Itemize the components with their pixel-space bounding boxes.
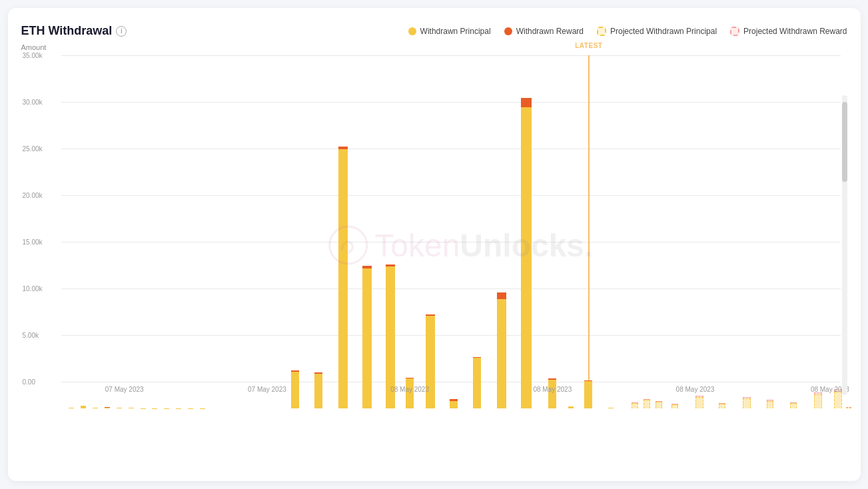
info-icon[interactable]: i [116, 26, 127, 37]
legend-item-proj-reward: Projected Withdrawn Reward [730, 27, 847, 36]
grid-label: 15.00k [23, 239, 43, 246]
grid-label: 10.00k [23, 285, 43, 292]
x-label: 08 May 2023 [676, 386, 715, 393]
bar-group [338, 147, 348, 408]
legend-item-withdrawn-principal: Withdrawn Principal [408, 27, 491, 36]
withdrawn-reward-dot [504, 27, 512, 35]
bar-group [521, 98, 532, 408]
grid-label: 5.00k [23, 332, 39, 339]
bar-principal [521, 107, 532, 408]
chart-area: TokenUnlocks. 35.00k30.00k25.00k20.00k15… [21, 55, 847, 435]
bar-principal [338, 149, 348, 408]
chart-container: ETH Withdrawal i Withdrawn Principal Wit… [8, 8, 861, 481]
legend-item-proj-principal: Projected Withdrawn Principal [597, 27, 717, 36]
legend: Withdrawn Principal Withdrawn Reward Pro… [408, 27, 847, 36]
withdrawn-principal-label: Withdrawn Principal [420, 27, 491, 36]
grid-label: 20.00k [23, 192, 43, 199]
bar-proj-stack [846, 407, 851, 408]
bar-proj-principal [846, 408, 851, 408]
scrollbar[interactable] [842, 95, 847, 395]
proj-principal-dot [597, 27, 606, 36]
chart-inner: 35.00k30.00k25.00k20.00k15.00k10.00k5.00… [61, 55, 841, 408]
grid-label: 25.00k [23, 145, 43, 153]
x-axis: 07 May 202307 May 202308 May 202308 May … [61, 382, 841, 408]
chart-header: ETH Withdrawal i Withdrawn Principal Wit… [21, 24, 847, 38]
x-label: 08 May 2023 [533, 386, 572, 393]
bar-stack [521, 98, 532, 408]
grid-label: 30.00k [23, 99, 43, 106]
x-label: 07 May 2023 [248, 386, 286, 393]
grid-label: 0.00 [23, 378, 35, 386]
x-label: 08 May 2023 [390, 386, 429, 393]
withdrawn-reward-label: Withdrawn Reward [516, 27, 584, 36]
title-text: ETH Withdrawal [21, 24, 113, 38]
withdrawn-principal-dot [408, 27, 416, 35]
proj-reward-dot [730, 27, 739, 36]
bar-stack [338, 147, 348, 408]
bar-group [846, 407, 851, 408]
x-label: 07 May 2023 [105, 386, 144, 393]
grid-label: 35.00k [23, 52, 43, 59]
proj-reward-label: Projected Withdrawn Reward [743, 27, 847, 36]
latest-label: LATEST [575, 42, 602, 49]
bars-area [61, 55, 841, 408]
proj-principal-label: Projected Withdrawn Principal [610, 27, 717, 36]
bar-reward [521, 98, 532, 107]
scrollbar-thumb[interactable] [842, 102, 847, 182]
bar-reward [497, 292, 506, 299]
chart-title: ETH Withdrawal i [21, 24, 127, 38]
y-axis-label: Amount [21, 43, 847, 51]
legend-item-withdrawn-reward: Withdrawn Reward [504, 27, 584, 36]
